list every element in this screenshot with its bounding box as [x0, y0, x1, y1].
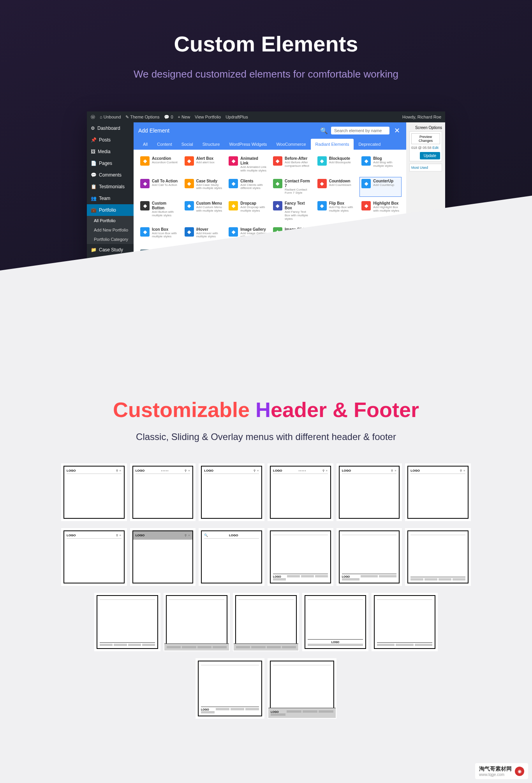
element-counterup[interactable]: ◆CounterUpAdd Counterup [359, 177, 402, 197]
sidebar-item-team[interactable]: 👥Team [87, 193, 134, 204]
preview-button[interactable]: Preview Changes [411, 133, 440, 144]
element-dropcap[interactable]: ◆DropcapAdd Dropcap with multiple styles [227, 199, 269, 223]
element-clients[interactable]: ◆ClientsAdd Clients with different style… [227, 177, 269, 197]
sidebar-item-comments[interactable]: 💬Comments [87, 169, 134, 181]
new-link[interactable]: + New [178, 115, 190, 119]
tab-content[interactable]: Content [152, 139, 177, 150]
element-icon: ◆ [229, 227, 238, 237]
sidebar-sub-item[interactable]: Portfolio Category [87, 235, 134, 244]
layout-preview[interactable]: LOGO⚲ ≡ [407, 466, 469, 519]
element-popup-video[interactable]: ◆Popup VideoAdd video popup player [183, 247, 225, 268]
sidebar-item-testimonials[interactable]: 📋Testimonials [87, 181, 134, 193]
sidebar-item-case-study[interactable]: 📁Case Study [87, 244, 134, 256]
element-contact-form-7[interactable]: ◆Contact Form 7Radiant Contact Form 7 St… [271, 177, 313, 197]
element-icon: ◆ [185, 179, 194, 188]
element-masonry-gallery[interactable]: ◆Masonry GalleryAdd Masonry Gallery [138, 247, 180, 268]
layout-preview[interactable]: LOGO⚲ ≡ [63, 466, 125, 519]
layout-preview[interactable]: 🔍LOGO [201, 530, 262, 583]
element-call-to-action[interactable]: ◆Call To ActionAdd Call To Action [138, 177, 180, 197]
element-portfolio[interactable]: ◆PortfolioAdd Portfolio with multiple st… [227, 247, 269, 268]
element-countdown[interactable]: ◆CountdownAdd Countdown [315, 177, 358, 197]
element-fancy-text-box[interactable]: ◆Fancy Text BoxAdd Fancy Text Box with m… [271, 199, 313, 223]
sidebar-item-posts[interactable]: 📌Posts [87, 134, 134, 146]
sidebar-item-pages[interactable]: 📄Pages [87, 157, 134, 169]
update-button[interactable]: Update [420, 152, 440, 159]
element-before-after[interactable]: ◆Before-AfterAdd Before-After comparison… [271, 154, 313, 175]
element-alert-box[interactable]: ◆Alert BoxAdd alert box [183, 154, 225, 175]
layout-preview[interactable] [235, 595, 297, 649]
tab-wordpress-widgets[interactable]: WordPress Widgets [224, 139, 271, 150]
element-typewriter-text[interactable]: ◆Typewriter TextAdd Typewriter Text on t… [315, 270, 358, 290]
element-ihover[interactable]: ◆iHoverAdd iHover with multiple styles [183, 225, 225, 246]
sidebar-item-woocommerce[interactable]: 🛒WooCommerce [87, 279, 134, 291]
wordpress-admin-panel: ⓦ ⌂ Unbound ✎ Theme Options 💬 0 + New Vi… [87, 111, 445, 302]
view-portfolio-link[interactable]: View Portfolio [195, 115, 221, 119]
element-list[interactable]: ◆ListAdd List with multiple styles [315, 225, 358, 246]
screen-options-tab[interactable]: Screen Options [409, 125, 442, 130]
element-flip-box[interactable]: ◆Flip BoxAdd Flip Box with multiple styl… [315, 199, 358, 223]
element-testimonial[interactable]: ◆TestimonialAdd Testimonial with differe… [271, 270, 313, 290]
element-portfolio-slider[interactable]: ◆Portfolio SliderAdd Portfolio Slider [271, 247, 313, 268]
layout-preview[interactable] [407, 530, 469, 583]
layout-preview[interactable]: LOGO [339, 530, 400, 583]
sidebar-sub-item[interactable]: Add New Portfolio [87, 225, 134, 235]
close-icon[interactable]: ✕ [393, 126, 402, 135]
tab-structure[interactable]: Structure [198, 139, 225, 150]
layout-preview[interactable] [374, 595, 435, 649]
howdy-user[interactable]: Howdy, Richard Roe [402, 115, 441, 119]
element-custom-menu[interactable]: ◆Custom MenuAdd Custom Menu with multipl… [183, 199, 225, 223]
comments-link[interactable]: 💬 0 [164, 115, 173, 120]
layout-preview[interactable]: LOGO⚲ ≡ [132, 530, 194, 583]
sidebar-item-portfolio[interactable]: 💼Portfolio [87, 204, 134, 216]
layout-preview[interactable]: LOGO [305, 595, 366, 649]
layout-preview[interactable]: LOGO⚲ ≡ [132, 466, 194, 519]
element-progress-bar[interactable]: ◆Progress BarRadiant Theme Progress Bar [359, 247, 402, 268]
element-separator[interactable]: ◆SeparatorRadiant Theme Separator [138, 270, 180, 290]
element-blog[interactable]: ◆BlogAdd Blog with multiple styles [359, 154, 402, 175]
element-image-gallery[interactable]: ◆Image GalleryAdd Image Gallery with mul… [227, 225, 269, 246]
site-name[interactable]: ⌂ Unbound [100, 115, 121, 119]
layout-preview[interactable] [166, 595, 227, 649]
layout-preview[interactable]: LOGO⚲ ≡ [201, 466, 262, 519]
element-blockquote[interactable]: ◆BlockquoteAdd Blockquote [315, 154, 358, 175]
tab-radiant-elements[interactable]: Radiant Elements [311, 139, 354, 150]
element-case-study[interactable]: ◆Case StudyAdd Case Study with multiple … [183, 177, 225, 197]
sidebar-item-dashboard[interactable]: ⚙Dashboard [87, 122, 134, 134]
element-tabs[interactable]: ◆TabsTabbed Content [183, 270, 225, 290]
element-theme-button[interactable]: ◆Theme ButtonCompatible with Color Schem… [359, 270, 402, 290]
element-image-slider[interactable]: ◆Image SliderAdd Image Slider [271, 225, 313, 246]
sidebar-item-products[interactable]: 📦Products [87, 291, 134, 302]
tab-all[interactable]: All [138, 139, 152, 150]
element-icon: ◆ [185, 272, 194, 281]
layout-preview[interactable]: LOGO⚲ ≡ [63, 530, 125, 583]
wp-logo-icon[interactable]: ⓦ [91, 114, 95, 120]
element-custom-button[interactable]: ◆Custom ButtonAdd Button with multiple s… [138, 199, 180, 223]
element-pricing-item[interactable]: ◆Pricing ItemAdd pricing item with multi… [315, 247, 358, 268]
tab-deprecated[interactable]: Deprecated [354, 139, 385, 150]
element-loan-calculator[interactable]: ◆Loan CalculatorAdd Loan Calculator [359, 225, 402, 246]
element-timeline[interactable]: ◆Timeline [138, 292, 180, 306]
layout-preview[interactable]: LOGO⚲ ≡ [270, 466, 331, 519]
element-team[interactable]: ◆TeamAdd Team with multiple styles [227, 270, 269, 290]
element-icon: ◆ [361, 201, 371, 210]
layout-preview[interactable]: LOGO [270, 661, 334, 716]
layout-preview[interactable]: LOGO [270, 530, 331, 583]
sidebar-item-media[interactable]: 🖼Media [87, 146, 134, 157]
element-highlight-box[interactable]: ◆Highlight BoxAdd Highlight Box with mul… [359, 199, 402, 223]
layout-preview[interactable] [97, 595, 158, 649]
sidebar-sub-item[interactable]: All Portfolio [87, 216, 134, 225]
element-icon-box[interactable]: ◆Icon BoxAdd Icon Box with multiple styl… [138, 225, 180, 246]
element-search-input[interactable] [331, 127, 389, 134]
sidebar-item-clients[interactable]: 👤Clients [87, 256, 134, 267]
theme-options-link[interactable]: ✎ Theme Options [125, 115, 159, 120]
menu-icon: 📋 [91, 184, 97, 189]
element-accordion[interactable]: ◆AccordionAccordion Content [138, 154, 180, 175]
element-animated-link[interactable]: ◆Animated LinkAdd Animated Link with mul… [227, 154, 269, 175]
sidebar-item-contact[interactable]: ✉Contact [87, 267, 134, 279]
layout-preview[interactable]: LOGO [198, 661, 262, 716]
tab-social[interactable]: Social [177, 139, 198, 150]
element-icon: ◆ [317, 272, 327, 281]
layout-preview[interactable]: LOGO⚲ ≡ [339, 466, 400, 519]
updraft-link[interactable]: UpdraftPlus [225, 115, 248, 119]
tab-woocommerce[interactable]: WooCommerce [271, 139, 310, 150]
